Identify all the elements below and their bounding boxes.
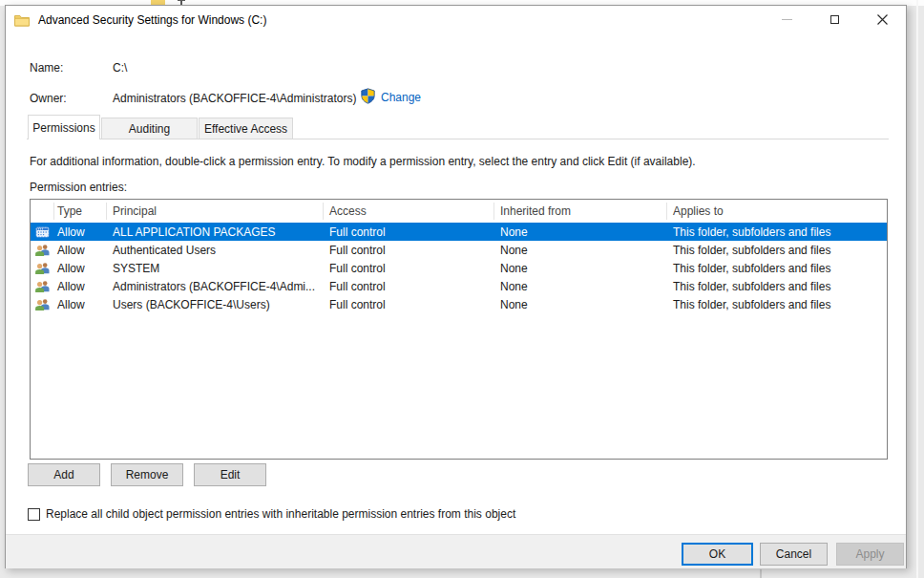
minimize-button[interactable] xyxy=(763,6,810,33)
cell-applies-to: This folder, subfolders and files xyxy=(667,262,887,275)
column-header-icon[interactable] xyxy=(31,203,54,220)
row-icon-cell xyxy=(31,262,54,274)
cell-access: Full control xyxy=(324,262,494,275)
cell-principal: Authenticated Users xyxy=(107,244,324,257)
column-header-type[interactable]: Type xyxy=(54,203,107,220)
ok-button[interactable]: OK xyxy=(682,543,753,566)
background-text-fragment xyxy=(178,0,185,1)
column-header-principal[interactable]: Principal xyxy=(107,203,324,220)
user-group-icon xyxy=(35,262,50,274)
cancel-button[interactable]: Cancel xyxy=(760,543,828,566)
cell-type: Allow xyxy=(54,244,107,257)
row-icon-cell xyxy=(31,298,54,310)
remove-button[interactable]: Remove xyxy=(111,463,183,486)
tab-effective-access[interactable]: Effective Access xyxy=(199,118,293,139)
permission-entries-table: Type Principal Access Inherited from App… xyxy=(30,199,888,460)
tab-permissions[interactable]: Permissions xyxy=(28,115,100,139)
column-header-inherited-from[interactable]: Inherited from xyxy=(494,203,667,220)
replace-permissions-checkbox[interactable] xyxy=(28,508,40,521)
table-body: Allow ALL APPLICATION PACKAGES Full cont… xyxy=(31,223,887,313)
table-header-row: Type Principal Access Inherited from App… xyxy=(31,200,887,223)
apply-button: Apply xyxy=(836,543,904,566)
table-row[interactable]: Allow Authenticated Users Full control N… xyxy=(31,241,887,259)
cell-applies-to: This folder, subfolders and files xyxy=(667,244,887,257)
cell-principal: Users (BACKOFFICE-4\Users) xyxy=(107,298,324,311)
minimize-icon xyxy=(782,19,792,20)
row-icon-cell xyxy=(31,244,54,256)
owner-label: Owner: xyxy=(30,92,67,105)
background-window-edge xyxy=(760,569,762,578)
window-controls xyxy=(763,6,906,33)
maximize-button[interactable] xyxy=(810,6,858,33)
cell-inherited-from: None xyxy=(494,298,667,311)
close-button[interactable] xyxy=(858,6,906,33)
close-icon xyxy=(877,14,888,25)
replace-permissions-label: Replace all child object permission entr… xyxy=(46,507,515,521)
cell-access: Full control xyxy=(324,280,494,293)
advanced-security-settings-dialog: Advanced Security Settings for Windows (… xyxy=(5,5,907,568)
cell-principal: ALL APPLICATION PACKAGES xyxy=(107,225,324,239)
table-row[interactable]: Allow Administrators (BACKOFFICE-4\Admi.… xyxy=(31,277,887,295)
column-header-access[interactable]: Access xyxy=(324,203,494,220)
owner-value: Administrators (BACKOFFICE-4\Administrat… xyxy=(113,92,356,105)
tab-strip-divider xyxy=(27,139,889,139)
tab-auditing[interactable]: Auditing xyxy=(101,118,198,139)
add-button[interactable]: Add xyxy=(28,463,100,486)
maximize-icon xyxy=(830,15,839,24)
change-owner-link[interactable]: Change xyxy=(381,91,421,104)
cell-inherited-from: None xyxy=(494,280,667,293)
window-title: Advanced Security Settings for Windows (… xyxy=(38,13,266,27)
table-row[interactable]: Allow Users (BACKOFFICE-4\Users) Full co… xyxy=(31,295,887,313)
row-icon-cell xyxy=(31,226,54,238)
cell-type: Allow xyxy=(54,262,107,275)
cell-access: Full control xyxy=(324,225,494,239)
dialog-footer: OK Cancel Apply xyxy=(6,534,906,568)
app-packages-icon xyxy=(35,226,50,238)
cell-access: Full control xyxy=(324,244,494,257)
cell-inherited-from: None xyxy=(494,225,667,239)
table-row[interactable]: Allow SYSTEM Full control None This fold… xyxy=(31,259,887,277)
cell-type: Allow xyxy=(54,225,107,239)
cell-applies-to: This folder, subfolders and files xyxy=(667,280,887,293)
cell-type: Allow xyxy=(54,298,107,311)
table-row[interactable]: Allow ALL APPLICATION PACKAGES Full cont… xyxy=(31,223,887,241)
user-group-icon xyxy=(35,280,50,292)
cell-principal: Administrators (BACKOFFICE-4\Admi... xyxy=(107,280,324,293)
cell-applies-to: This folder, subfolders and files xyxy=(667,225,887,239)
info-text: For additional information, double-click… xyxy=(30,155,696,168)
cell-applies-to: This folder, subfolders and files xyxy=(667,298,887,311)
permission-entries-label: Permission entries: xyxy=(30,181,127,194)
cell-access: Full control xyxy=(324,298,494,311)
cell-principal: SYSTEM xyxy=(107,262,324,275)
cell-type: Allow xyxy=(54,280,107,293)
name-value: C:\ xyxy=(113,61,127,75)
user-group-icon xyxy=(35,244,50,256)
user-group-icon xyxy=(35,298,50,310)
column-header-applies-to[interactable]: Applies to xyxy=(667,203,887,220)
background-window-edge xyxy=(916,0,918,578)
cell-inherited-from: None xyxy=(494,262,667,275)
row-icon-cell xyxy=(31,280,54,292)
cell-inherited-from: None xyxy=(494,244,667,257)
uac-shield-icon xyxy=(360,88,376,104)
edit-button[interactable]: Edit xyxy=(194,463,266,486)
folder-icon xyxy=(14,13,30,27)
name-label: Name: xyxy=(30,61,63,75)
